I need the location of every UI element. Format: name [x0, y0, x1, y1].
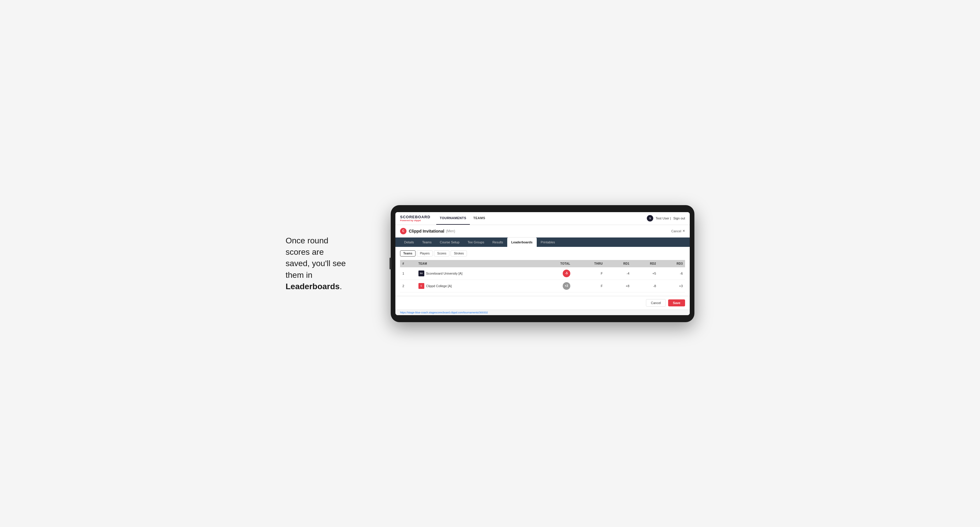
tournament-header: C Clippd Invitational (Men) Cancel ✕	[395, 225, 690, 238]
filter-players[interactable]: Players	[417, 250, 433, 257]
url-text: https://stage-blue-coach.stagescorecboar…	[400, 311, 488, 314]
team-name-cell-2: C Clippd College [A]	[416, 279, 537, 292]
tournament-cancel-button[interactable]: Cancel ✕	[671, 229, 685, 233]
col-rd2: RD2	[632, 260, 658, 267]
desc-line2: scores are	[286, 248, 324, 257]
rd1-2: +8	[605, 279, 632, 292]
bottom-bar: Cancel Save	[395, 296, 690, 310]
thru-2: F	[573, 279, 605, 292]
team-name-1: Scoreboard University [A]	[426, 271, 463, 275]
logo-powered: Powered by clippd	[400, 219, 430, 222]
nav-tournaments[interactable]: TOURNAMENTS	[436, 212, 470, 225]
desc-period: .	[340, 282, 342, 291]
logo-area: SCOREBOARD Powered by clippd	[400, 215, 430, 222]
team-name-cell-1: SU Scoreboard University [A]	[416, 267, 537, 280]
total-1: -5	[536, 267, 572, 280]
col-rd3: RD3	[659, 260, 685, 267]
col-rank: #	[400, 260, 416, 267]
main-tabs: Details Teams Course Setup Tee Groups Re…	[395, 238, 690, 247]
save-button[interactable]: Save	[668, 299, 685, 306]
nav-links: TOURNAMENTS TEAMS	[436, 212, 489, 225]
close-icon: ✕	[682, 229, 685, 233]
desc-line3: saved, you'll see	[286, 259, 346, 268]
page-wrapper: Once round scores are saved, you'll see …	[286, 205, 694, 322]
table-row: 2 C Clippd College [A] +3 F	[400, 279, 685, 292]
description-text: Once round scores are saved, you'll see …	[286, 235, 373, 292]
col-rd1: RD1	[605, 260, 632, 267]
filter-scores[interactable]: Scores	[434, 250, 449, 257]
tab-printables[interactable]: Printables	[537, 238, 559, 247]
url-bar: https://stage-blue-coach.stagescorecboar…	[395, 310, 690, 315]
tablet-device: SCOREBOARD Powered by clippd TOURNAMENTS…	[391, 205, 694, 322]
tab-course-setup[interactable]: Course Setup	[436, 238, 463, 247]
tablet-screen: SCOREBOARD Powered by clippd TOURNAMENTS…	[395, 212, 690, 315]
tab-leaderboards[interactable]: Leaderboards	[507, 238, 537, 247]
brand-name: clippd	[414, 219, 421, 222]
top-nav: SCOREBOARD Powered by clippd TOURNAMENTS…	[395, 212, 690, 225]
thru-1: F	[573, 267, 605, 280]
rd2-1: +5	[632, 267, 658, 280]
filter-strokes[interactable]: Strokes	[450, 250, 467, 257]
score-badge-2: +3	[563, 282, 570, 290]
col-team: TEAM	[416, 260, 537, 267]
rank-1: 1	[400, 267, 416, 280]
score-badge-1: -5	[563, 270, 570, 277]
tab-teams[interactable]: Teams	[418, 238, 436, 247]
col-total: TOTAL	[536, 260, 572, 267]
leaderboard-table: # TEAM TOTAL THRU RD1 RD2 RD3 1	[400, 260, 685, 292]
tab-tee-groups[interactable]: Tee Groups	[463, 238, 488, 247]
tablet-side-button	[390, 258, 391, 269]
user-name: Test User |	[655, 216, 671, 220]
team-logo-2: C	[418, 283, 424, 289]
rd1-1: -4	[605, 267, 632, 280]
filter-teams[interactable]: Teams	[400, 250, 415, 257]
team-name-2: Clippd College [A]	[426, 284, 452, 288]
total-2: +3	[536, 279, 572, 292]
cancel-button[interactable]: Cancel	[646, 299, 666, 307]
content-area: Teams Players Scores Strokes	[395, 247, 690, 296]
desc-line4: them in	[286, 270, 312, 279]
col-thru: THRU	[573, 260, 605, 267]
user-avatar: S	[647, 215, 653, 221]
filter-buttons: Teams Players Scores Strokes	[400, 250, 685, 257]
desc-highlight: Leaderboards	[286, 282, 340, 291]
rd2-2: -8	[632, 279, 658, 292]
tab-results[interactable]: Results	[488, 238, 507, 247]
nav-right: S Test User | Sign out	[647, 215, 685, 221]
tournament-subtitle: (Men)	[446, 229, 455, 233]
tab-details[interactable]: Details	[400, 238, 418, 247]
table-row: 1 SU Scoreboard University [A] -5 F	[400, 267, 685, 280]
desc-line1: Once round	[286, 236, 328, 245]
sign-out-link[interactable]: Sign out	[673, 216, 685, 220]
powered-by-text: Powered by	[400, 219, 413, 222]
rank-2: 2	[400, 279, 416, 292]
logo-scoreboard: SCOREBOARD	[400, 215, 430, 219]
nav-teams[interactable]: TEAMS	[470, 212, 489, 225]
tournament-title: Clippd Invitational	[409, 229, 444, 233]
tournament-icon: C	[400, 228, 406, 234]
rd3-1: -6	[659, 267, 685, 280]
rd3-2: +3	[659, 279, 685, 292]
team-logo-1: SU	[418, 270, 424, 276]
table-header-row: # TEAM TOTAL THRU RD1 RD2 RD3	[400, 260, 685, 267]
